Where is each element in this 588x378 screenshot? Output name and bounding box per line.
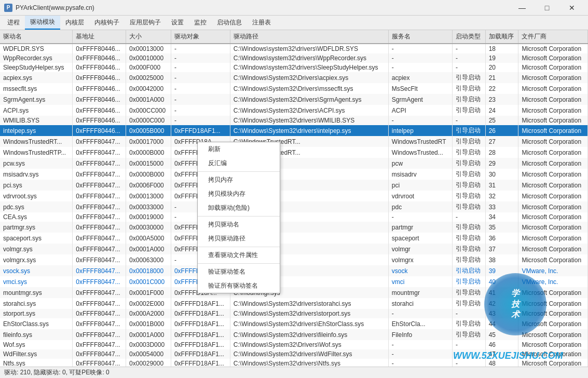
cell-0: WdFilter.sys bbox=[0, 349, 73, 359]
table-row[interactable]: volmgrx.sys0xFFFF80447...0x00063000-C:\v… bbox=[0, 254, 588, 265]
cell-8: Microsoft Corporation bbox=[518, 191, 588, 201]
cell-6: 引导启动 bbox=[452, 147, 485, 158]
menu-item-进程[interactable]: 进程 bbox=[2, 16, 25, 29]
ctx-item-3[interactable]: 拷贝模块内存 bbox=[198, 187, 280, 201]
cell-0: pci.sys bbox=[0, 180, 73, 191]
table-row[interactable]: storahci.sys0xFFFF80447...0x0002E0000xFF… bbox=[0, 298, 588, 309]
menu-item-启动信息[interactable]: 启动信息 bbox=[212, 16, 247, 29]
cell-6: 引导启动 bbox=[452, 72, 485, 83]
cell-1: 0xFFFF80447... bbox=[73, 349, 126, 359]
table-row[interactable]: mssecflt.sys0xFFFF80446...0x00042000-C:\… bbox=[0, 83, 588, 94]
menu-item-设置[interactable]: 设置 bbox=[166, 16, 189, 29]
cell-2: 0x000F000 bbox=[126, 63, 171, 72]
menu-item-驱动模块[interactable]: 驱动模块 bbox=[25, 16, 60, 30]
cell-2: 0x0001C000 bbox=[126, 276, 171, 287]
table-row[interactable]: SleepStudyHelper.sys0xFFFF80446...0x000F… bbox=[0, 63, 588, 72]
table-row[interactable]: WindowsTrustedRT...0xFFFF80447...0x00017… bbox=[0, 136, 588, 147]
ctx-item-6[interactable]: 拷贝驱动路径 bbox=[198, 232, 280, 246]
cell-8: VMware, Inc. bbox=[518, 265, 588, 276]
cell-7: 20 bbox=[485, 63, 518, 72]
cell-6: 引导启动 bbox=[452, 201, 485, 212]
cell-8: Microsoft Corporation bbox=[518, 63, 588, 72]
table-row[interactable]: intelpep.sys0xFFFF80446...0x0005B0000xFF… bbox=[0, 125, 588, 136]
table-row[interactable]: fileinfo.sys0xFFFF80447...0x0001A0000xFF… bbox=[0, 329, 588, 340]
cell-2: 0x00010000 bbox=[126, 53, 171, 63]
menu-item-内核钩子[interactable]: 内核钩子 bbox=[89, 16, 125, 29]
ctx-item-0[interactable]: 刷新 bbox=[198, 142, 280, 156]
table-row[interactable]: WMILIB.SYS0xFFFF80446...0x0000C000-C:\Wi… bbox=[0, 116, 588, 125]
table-row[interactable]: pdc.sys0xFFFF80447...0x00033000-C:\pdc.s… bbox=[0, 201, 588, 212]
cell-5: volmgrx bbox=[388, 254, 452, 265]
cell-4: C:\Windows\System32\Drivers\mssecflt.sys bbox=[230, 83, 388, 94]
minimize-button[interactable]: — bbox=[510, 0, 534, 16]
table-row[interactable]: storport.sys0xFFFF80447...0x000A20000xFF… bbox=[0, 309, 588, 318]
ctx-item-5[interactable]: 拷贝驱动名 bbox=[198, 218, 280, 232]
col-header-启动类型: 启动类型 bbox=[452, 30, 485, 44]
cell-3: 0xFFFFD18AF1... bbox=[171, 329, 230, 340]
table-row[interactable]: WindowsTrustedRTP...0xFFFF80447...0x0000… bbox=[0, 147, 588, 158]
table-row[interactable]: WppRecorder.sys0xFFFF80446...0x00010000-… bbox=[0, 53, 588, 63]
ctx-item-4[interactable]: 卸载驱动(危险) bbox=[198, 201, 280, 215]
cell-1: 0xFFFF80447... bbox=[73, 287, 126, 298]
cell-4: C:\Windows\System32\Drivers\Wof.sys bbox=[230, 340, 388, 349]
table-row[interactable]: spaceport.sys0xFFFF80447...0x000A50000xF… bbox=[0, 233, 588, 244]
cell-2: 0x000A5000 bbox=[126, 233, 171, 244]
cell-1: 0xFFFF80446... bbox=[73, 53, 126, 63]
ctx-item-2[interactable]: 拷贝内存 bbox=[198, 173, 280, 187]
cell-1: 0xFFFF80447... bbox=[73, 233, 126, 244]
ctx-item-1[interactable]: 反汇编 bbox=[198, 156, 280, 170]
table-row[interactable]: CEA.sys0xFFFF80447...0x00019000-C:\CEA.s… bbox=[0, 212, 588, 222]
menu-item-注册表[interactable]: 注册表 bbox=[247, 16, 276, 29]
menu-item-应用层钩子[interactable]: 应用层钩子 bbox=[125, 16, 166, 29]
table-row[interactable]: Ntfs.sys0xFFFF80447...0x000290000xFFFFD1… bbox=[0, 359, 588, 367]
cell-2: 0x00054000 bbox=[126, 349, 171, 359]
cell-1: 0xFFFF80447... bbox=[73, 265, 126, 276]
table-row[interactable]: mountmgr.sys0xFFFF80447...0x0001F0000xFF… bbox=[0, 287, 588, 298]
cell-7: 25 bbox=[485, 116, 518, 125]
context-menu[interactable]: 刷新反汇编拷贝内存拷贝模块内存卸载驱动(危险)拷贝驱动名拷贝驱动路径查看驱动文件… bbox=[197, 142, 280, 293]
table-row[interactable]: pcw.sys0xFFFF80447...0x000150000xFFFFD18… bbox=[0, 158, 588, 169]
table-row[interactable]: vdrvroot.sys0xFFFF80447...0x000130000xFF… bbox=[0, 191, 588, 201]
cell-8: Microsoft Corporation bbox=[518, 349, 588, 359]
cell-2: 0x00015000 bbox=[126, 158, 171, 169]
table-row[interactable]: volmgr.sys0xFFFF80447...0x0001A0000xFFFF… bbox=[0, 244, 588, 254]
cell-5: partmgr bbox=[388, 222, 452, 233]
cell-8: Microsoft Corporation bbox=[518, 180, 588, 191]
cell-7: 44 bbox=[485, 318, 518, 329]
menu-item-监控[interactable]: 监控 bbox=[189, 16, 212, 29]
ctx-item-8[interactable]: 验证驱动签名 bbox=[198, 265, 280, 279]
title-bar: P PYArkClient(www.pysafe.cn) — □ ✕ bbox=[0, 0, 588, 16]
table-row[interactable]: acpiex.sys0xFFFF80446...0x00025000-C:\Wi… bbox=[0, 72, 588, 83]
table-row[interactable]: SgrmAgent.sys0xFFFF80446...0x0001A000-C:… bbox=[0, 94, 588, 105]
ctx-item-7[interactable]: 查看驱动文件属性 bbox=[198, 248, 280, 262]
menu-item-内核层[interactable]: 内核层 bbox=[60, 16, 89, 29]
maximize-button[interactable]: □ bbox=[535, 0, 559, 16]
cell-8: Microsoft Corporation bbox=[518, 44, 588, 53]
cell-0: ACPI.sys bbox=[0, 105, 73, 116]
table-row[interactable]: WDFLDR.SYS0xFFFF80446...0x00013000-C:\Wi… bbox=[0, 44, 588, 53]
ctx-separator-7 bbox=[198, 263, 280, 264]
table-row[interactable]: Wof.sys0xFFFF80447...0x0003D0000xFFFFD18… bbox=[0, 340, 588, 349]
cell-3: 0xFFFFD18AF1... bbox=[171, 359, 230, 367]
cell-3: - bbox=[171, 53, 230, 63]
cell-1: 0xFFFF80447... bbox=[73, 212, 126, 222]
cell-2: 0x0000C000 bbox=[126, 116, 171, 125]
driver-table-container[interactable]: 驱动名基地址大小驱动对象驱动路径服务名启动类型加载顺序文件厂商 WDFLDR.S… bbox=[0, 30, 588, 367]
table-row[interactable]: ACPI.sys0xFFFF80446...0x000CC000-C:\Wind… bbox=[0, 105, 588, 116]
close-button[interactable]: ✕ bbox=[560, 0, 584, 16]
table-row[interactable]: WdFilter.sys0xFFFF80447...0x000540000xFF… bbox=[0, 349, 588, 359]
table-row[interactable]: EhStorClass.sys0xFFFF80447...0x0001B0000… bbox=[0, 318, 588, 329]
table-row[interactable]: vsock.sys0xFFFF80447...0x000180000xFFFFD… bbox=[0, 265, 588, 276]
cell-1: 0xFFFF80447... bbox=[73, 201, 126, 212]
ctx-item-9[interactable]: 验证所有驱动签名 bbox=[198, 279, 280, 293]
cell-1: 0xFFFF80447... bbox=[73, 254, 126, 265]
cell-7: 45 bbox=[485, 329, 518, 340]
menu-bar: 进程驱动模块内核层内核钩子应用层钩子设置监控启动信息注册表 bbox=[0, 16, 588, 30]
cell-6: 引导启动 bbox=[452, 94, 485, 105]
table-row[interactable]: pci.sys0xFFFF80447...0x0006F0000xFFFFD18… bbox=[0, 180, 588, 191]
table-row[interactable]: partmgr.sys0xFFFF80447...0x000300000xFFF… bbox=[0, 222, 588, 233]
table-row[interactable]: vmci.sys0xFFFF80447...0x0001C0000xFFFFD1… bbox=[0, 276, 588, 287]
cell-7: 34 bbox=[485, 212, 518, 222]
table-row[interactable]: msisadrv.sys0xFFFF80447...0x0000B0000xFF… bbox=[0, 169, 588, 180]
cell-3: 0xFFFFD18AF1... bbox=[171, 318, 230, 329]
